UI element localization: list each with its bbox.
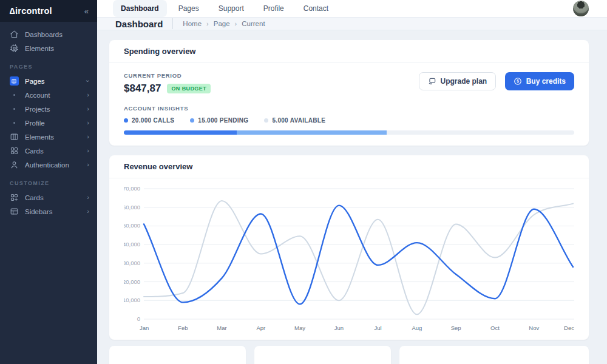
sidebar-item-cards[interactable]: Cards› <box>0 144 97 158</box>
svg-text:Apr: Apr <box>256 325 265 331</box>
sidebar-icon <box>9 207 19 217</box>
page-title: Dashboard <box>115 19 163 29</box>
sidebar-item-sidebars[interactable]: Sidebars› <box>0 204 97 218</box>
spending-overview-card: Spending overview CURRENT PERIOD $847,87… <box>109 40 589 146</box>
dot-icon <box>9 118 19 128</box>
dollar-circle-icon: $ <box>514 77 522 86</box>
legend-item: 5.000 AVAILABLE <box>264 117 325 124</box>
logo-mark-icon: ∆ <box>10 6 15 16</box>
sidebar-item-label: Cards <box>25 147 44 155</box>
sidebar-item-label: Authentication <box>25 161 69 169</box>
upgrade-plan-button[interactable]: Upgrade plan <box>419 72 497 90</box>
sidebar-item-label: Projects <box>25 106 50 113</box>
sidebar-item-pages[interactable]: Pages› <box>0 74 97 88</box>
buy-credits-button[interactable]: $ Buy credits <box>505 72 574 90</box>
user-icon <box>9 160 19 170</box>
dot-icon <box>9 90 19 100</box>
sidebar-item-account[interactable]: Account› <box>0 88 97 102</box>
sidebar-item-dashboards[interactable]: Dashboards <box>0 27 97 41</box>
breadcrumb: Home›Page›Current <box>183 20 265 27</box>
svg-text:10,000: 10,000 <box>124 297 140 303</box>
legend-dot-icon <box>124 118 128 123</box>
sidebar-item-label: Cards <box>25 194 44 201</box>
sidebar-item-cards[interactable]: Cards› <box>0 190 97 204</box>
tab-pages[interactable]: Pages <box>171 0 207 17</box>
content-area: Spending overview CURRENT PERIOD $847,87… <box>97 30 607 364</box>
revenue-overview-card: Revenue overview 010,00020,00030,00040,0… <box>109 155 589 340</box>
sidebar-item-label: Sidebars <box>25 208 52 215</box>
card-preview <box>254 346 391 364</box>
sidebar-item-elements[interactable]: Elements› <box>0 130 97 144</box>
svg-text:50,000: 50,000 <box>124 222 140 229</box>
bottom-cards-row <box>109 346 589 364</box>
sidebar-item-elements[interactable]: Elements <box>0 41 97 55</box>
svg-text:Jul: Jul <box>375 325 382 331</box>
breadcrumb-link-home[interactable]: Home <box>183 20 202 27</box>
svg-text:Aug: Aug <box>412 325 422 331</box>
legend-label: 5.000 AVAILABLE <box>272 117 325 124</box>
topbar: DashboardPagesSupportProfileContact <box>97 0 607 18</box>
spending-card-title: Spending overview <box>109 40 589 63</box>
svg-text:0: 0 <box>137 315 140 322</box>
svg-text:60,000: 60,000 <box>124 204 140 211</box>
current-period-label: CURRENT PERIOD <box>124 72 211 79</box>
sidebar-collapse-icon[interactable]: « <box>84 7 89 16</box>
tab-dashboard[interactable]: Dashboard <box>113 0 167 17</box>
breadcrumb-link-page[interactable]: Page <box>214 20 230 27</box>
revenue-chart-wrap: 010,00020,00030,00040,00050,00060,00070,… <box>109 178 589 340</box>
svg-text:20,000: 20,000 <box>124 278 140 285</box>
chevron-right-icon: › <box>87 120 89 126</box>
legend-label: 20.000 CALLS <box>132 117 174 124</box>
chevron-right-icon: › <box>87 194 89 201</box>
breadcrumb-divider <box>172 18 173 29</box>
svg-text:30,000: 30,000 <box>124 260 140 266</box>
current-period-amount: $847,87 <box>124 83 161 95</box>
tab-contact[interactable]: Contact <box>296 0 336 17</box>
svg-text:Nov: Nov <box>529 325 539 331</box>
spending-card-body: CURRENT PERIOD $847,87 ON BUDGET <box>109 63 589 146</box>
sidebar-section-label: PAGES <box>0 55 97 74</box>
home-icon <box>9 30 19 39</box>
progress-segment <box>124 130 237 135</box>
sidebar-section-label: CUSTOMIZE <box>0 172 97 190</box>
chevron-right-icon: › <box>87 147 89 154</box>
grid-plus-icon <box>9 193 19 203</box>
sidebar-item-authentication[interactable]: Authentication› <box>0 158 97 172</box>
insights-legend: 20.000 CALLS15.000 PENDING5.000 AVAILABL… <box>124 117 574 124</box>
svg-text:Jan: Jan <box>140 325 149 331</box>
tab-profile[interactable]: Profile <box>256 0 292 17</box>
logo-text: ircontrol <box>15 6 52 16</box>
app-logo: ∆ircontrol <box>10 6 52 16</box>
sidebar-item-label: Profile <box>25 120 45 127</box>
legend-label: 15.000 PENDING <box>198 117 248 124</box>
chevron-down-icon: › <box>85 80 92 83</box>
svg-text:May: May <box>294 325 305 331</box>
buy-credits-label: Buy credits <box>526 77 566 86</box>
upgrade-plan-label: Upgrade plan <box>441 77 487 86</box>
sidebar-nav: DashboardsElementsPAGESPages›Account›Pro… <box>0 22 97 218</box>
main-column: DashboardPagesSupportProfileContact Dash… <box>97 0 607 364</box>
app-root: ∆ircontrol « DashboardsElementsPAGESPage… <box>0 0 607 364</box>
revenue-line-chart: 010,00020,00030,00040,00050,00060,00070,… <box>124 183 574 336</box>
legend-dot-icon <box>190 118 194 123</box>
status-badge: ON BUDGET <box>167 84 211 93</box>
sidebar-item-profile[interactable]: Profile› <box>0 116 97 130</box>
progress-segment <box>237 130 387 135</box>
sidebar-item-label: Pages <box>25 78 45 85</box>
svg-text:Feb: Feb <box>178 325 188 331</box>
sidebar-item-projects[interactable]: Projects› <box>0 102 97 116</box>
svg-text:Oct: Oct <box>490 325 500 331</box>
insights-progress-bar <box>124 130 574 135</box>
upgrade-icon <box>428 77 436 86</box>
svg-text:$: $ <box>517 79 519 84</box>
breadcrumb-link-current[interactable]: Current <box>242 20 265 27</box>
top-nav: DashboardPagesSupportProfileContact <box>113 0 336 17</box>
svg-text:Mar: Mar <box>217 325 226 331</box>
tab-support[interactable]: Support <box>211 0 252 17</box>
card-preview <box>399 346 589 364</box>
legend-item: 15.000 PENDING <box>190 117 248 124</box>
user-avatar[interactable] <box>573 1 589 16</box>
chevron-right-icon: › <box>87 106 89 112</box>
chevron-right-icon: › <box>87 133 89 140</box>
chevron-right-icon: › <box>87 92 89 98</box>
